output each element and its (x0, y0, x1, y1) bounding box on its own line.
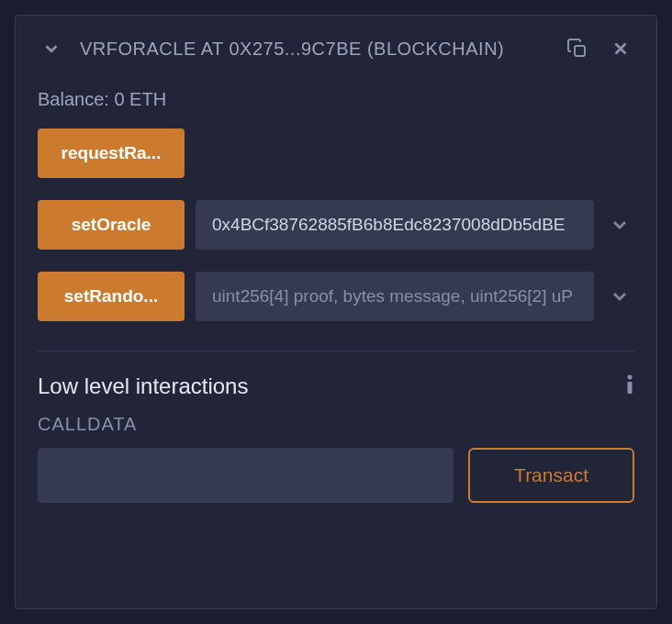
transact-button[interactable]: Transact (468, 448, 634, 503)
expand-setoracle[interactable] (605, 200, 634, 250)
low-level-section: Low level interactions CALLDATA Transact (16, 351, 656, 503)
function-button-setrandom[interactable]: setRando... (38, 272, 185, 321)
copy-icon (566, 38, 588, 60)
svg-rect-0 (575, 46, 585, 56)
chevron-down-icon (609, 214, 631, 236)
panel-header: VRFORACLE AT 0X275...9C7BE (BLOCKCHAIN) (16, 16, 656, 82)
svg-rect-4 (628, 382, 633, 394)
function-row-requestrandom: requestRa... (16, 128, 656, 200)
function-input-setrandom[interactable] (196, 272, 594, 321)
low-level-title: Low level interactions (38, 373, 248, 399)
chevron-down-icon (41, 39, 62, 59)
close-icon (610, 39, 631, 59)
balance-text: Balance: 0 ETH (16, 82, 656, 128)
function-button-setoracle[interactable]: setOracle (38, 200, 185, 250)
copy-address-button[interactable] (563, 34, 592, 63)
low-level-header: Low level interactions (38, 373, 634, 399)
calldata-row: Transact (38, 448, 634, 503)
close-button[interactable] (607, 35, 634, 62)
expand-setrandom[interactable] (605, 272, 634, 321)
calldata-input[interactable] (38, 448, 454, 503)
chevron-down-icon (609, 285, 631, 307)
function-row-setoracle: setOracle (16, 200, 656, 272)
info-icon[interactable] (625, 373, 634, 399)
svg-point-3 (628, 375, 633, 380)
panel-title: VRFORACLE AT 0X275...9C7BE (BLOCKCHAIN) (80, 39, 548, 60)
calldata-label: CALLDATA (38, 414, 634, 435)
function-input-setoracle[interactable] (196, 200, 594, 250)
function-button-requestrandom[interactable]: requestRa... (38, 128, 185, 178)
collapse-toggle[interactable] (38, 35, 65, 62)
function-row-setrandom: setRando... (16, 272, 656, 343)
contract-panel: VRFORACLE AT 0X275...9C7BE (BLOCKCHAIN) … (15, 15, 657, 609)
